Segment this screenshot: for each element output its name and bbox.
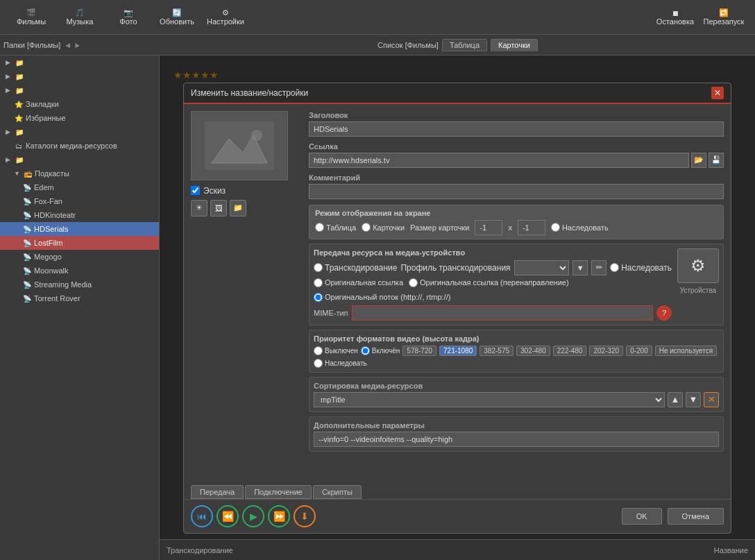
res-btn-320[interactable]: 202-320: [589, 346, 623, 356]
dialog-close-btn[interactable]: ✕: [711, 87, 724, 99]
folder-icon: 📁: [15, 85, 24, 95]
tab-table[interactable]: Таблица: [442, 39, 487, 51]
tab-cards[interactable]: Карточки: [491, 39, 538, 51]
mime-input[interactable]: [352, 305, 653, 321]
priority-title: Приоритет форматов видео (высота кадра): [314, 334, 719, 343]
sidebar-item-torrent-rover[interactable]: 📡 Torrent Rover: [0, 291, 159, 305]
res-btn-200[interactable]: 0-200: [626, 346, 652, 356]
profile-edit-btn[interactable]: ✏: [591, 260, 606, 275]
priority-on-item[interactable]: Включён: [361, 346, 400, 355]
original-link-radio[interactable]: [314, 278, 323, 287]
sidebar-item-mid2[interactable]: ▶ 📁: [0, 153, 159, 167]
nav-down-btn[interactable]: ⬇: [294, 505, 316, 527]
transcode-radio-item[interactable]: Транскодирование: [314, 263, 397, 273]
display-mode-table[interactable]: Таблица: [315, 223, 356, 232]
card-size-y[interactable]: [518, 220, 545, 235]
priority-off-radio[interactable]: [314, 346, 323, 355]
display-table-radio[interactable]: [315, 223, 324, 232]
original-link-radio-item[interactable]: Оригинальная ссылка: [314, 278, 403, 287]
nav-first-btn[interactable]: ⏮: [191, 505, 213, 527]
display-inherit-radio[interactable]: [551, 223, 560, 232]
toolbar-settings-btn[interactable]: ⚙ Настройки: [201, 2, 250, 33]
btab-connection[interactable]: Подключение: [245, 485, 312, 499]
thumbnail-controls: ☀ 🖼 📁: [191, 200, 302, 217]
link-save-btn[interactable]: 💾: [709, 153, 724, 168]
sidebar-item-top1[interactable]: ▶ 📁: [0, 56, 159, 69]
sidebar-item-top3[interactable]: ▶ 📁: [0, 83, 159, 97]
nav-prev-btn[interactable]: ⏪: [217, 505, 239, 527]
sidebar-item-edem[interactable]: 📡 Edem: [0, 180, 159, 194]
sidebar-item-hdserials[interactable]: 📡 HDSerials: [0, 222, 159, 236]
priority-off-item[interactable]: Выключен: [314, 346, 358, 355]
link-browse-btn[interactable]: 📂: [691, 153, 706, 168]
toolbar-music-btn[interactable]: 🎵 Музыка: [56, 2, 104, 33]
profile-dropdown-btn[interactable]: ▼: [572, 260, 588, 275]
transfer-inherit[interactable]: Наследовать: [610, 263, 672, 273]
card-size-x[interactable]: [475, 220, 502, 235]
priority-inherit-radio[interactable]: [314, 359, 323, 368]
comment-input[interactable]: [309, 184, 724, 199]
display-mode-section: Режим отображения на экране Таблица Карт…: [309, 205, 724, 239]
sidebar-item-moonwalk[interactable]: 📡 Moonwalk: [0, 264, 159, 278]
toolbar-stop-btn[interactable]: ⏹ Остановка: [651, 2, 699, 33]
sidebar-item-favorites[interactable]: ⭐ Избранные: [0, 111, 159, 125]
svg-point-2: [251, 130, 262, 141]
btab-transfer[interactable]: Передача: [191, 485, 244, 499]
sidebar-item-megogo[interactable]: 📡 Megogo: [0, 250, 159, 264]
profile-label: Профиль транскодирования: [400, 263, 510, 273]
header-input[interactable]: [309, 121, 724, 137]
toolbar-films-btn[interactable]: 🎬 Фильмы: [7, 2, 56, 33]
sidebar-item-hdkinoteatr[interactable]: 📡 HDKinoteatr: [0, 208, 159, 222]
sort-asc-btn[interactable]: ▲: [668, 392, 683, 407]
sidebar-item-streaming-media[interactable]: 📡 Streaming Media: [0, 278, 159, 291]
res-btn-unused[interactable]: Не используется: [655, 346, 717, 356]
cancel-btn[interactable]: Отмена: [668, 508, 724, 525]
res-btn-1080[interactable]: 721-1080: [439, 346, 477, 356]
mime-help-btn[interactable]: ?: [656, 305, 672, 321]
original-link-redirect-radio-item[interactable]: Оригинальная ссылка (перенаправление): [409, 278, 569, 287]
display-cards-radio[interactable]: [362, 223, 371, 232]
priority-inherit-item[interactable]: Наследовать: [314, 359, 367, 368]
extra-input[interactable]: [314, 432, 719, 447]
thumb-ctrl-image[interactable]: 🖼: [210, 200, 227, 217]
toolbar-restart-btn[interactable]: 🔁 Перезапуск: [699, 2, 748, 33]
inherit-radio[interactable]: [610, 263, 619, 272]
sort-desc-btn[interactable]: ▼: [686, 392, 701, 407]
res-btn-720[interactable]: 578-720: [402, 346, 436, 356]
nav-play-btn[interactable]: ▶: [242, 505, 264, 527]
display-mode-cards[interactable]: Карточки: [362, 223, 405, 232]
thumb-ctrl-folder[interactable]: 📁: [230, 200, 246, 217]
res-btn-480a[interactable]: 302-480: [516, 346, 550, 356]
link-input[interactable]: [309, 153, 689, 168]
sort-clear-btn[interactable]: ✕: [704, 392, 719, 407]
second-toolbar-left: Папки [Фильмы] ◄ ►: [3, 41, 378, 49]
priority-on-radio[interactable]: [361, 346, 370, 355]
priority-section: Приоритет форматов видео (высота кадра) …: [309, 330, 724, 373]
sidebar-item-lostfilm[interactable]: 📡 LostFilm: [0, 236, 159, 250]
res-btn-480b[interactable]: 222-480: [553, 346, 587, 356]
gear-btn[interactable]: ⚙: [677, 248, 719, 283]
toolbar-photo-btn[interactable]: 📷 Фото: [104, 2, 153, 33]
original-stream-radio-item[interactable]: Оригинальный поток (http://, rtmp://): [314, 293, 450, 302]
nav-next-btn[interactable]: ⏩: [268, 505, 290, 527]
res-btn-575[interactable]: 382-575: [480, 346, 514, 356]
thumbnail-checkbox[interactable]: [191, 186, 200, 195]
ok-btn[interactable]: OK: [622, 508, 662, 525]
toolbar-update-btn[interactable]: 🔄 Обновить: [153, 2, 201, 33]
sidebar-hdkinoteatr-label: HDKinoteatr: [34, 211, 76, 219]
thumb-ctrl-sun[interactable]: ☀: [191, 200, 207, 217]
btab-scripts[interactable]: Скрипты: [313, 485, 362, 499]
sidebar-item-top2[interactable]: ▶ 📁: [0, 69, 159, 83]
transcode-radio[interactable]: [314, 263, 323, 272]
sidebar-item-bookmarks[interactable]: ⭐ Закладки: [0, 97, 159, 111]
sidebar-item-mid1[interactable]: ▶ 📁: [0, 125, 159, 139]
original-stream-radio[interactable]: [314, 293, 323, 302]
sidebar-item-podcasts[interactable]: ▼ 📻 Подкасты: [0, 167, 159, 180]
sort-select[interactable]: mpTitle: [314, 392, 665, 407]
sidebar-item-foxfan[interactable]: 📡 Fox-Fan: [0, 194, 159, 208]
sidebar-item-media-catalogs[interactable]: 🗂 Каталоги медиа-ресурсов: [0, 139, 159, 153]
display-mode-inherit[interactable]: Наследовать: [551, 223, 609, 232]
mime-label: MIME-тип: [314, 309, 348, 317]
original-link-redirect-radio[interactable]: [409, 278, 418, 287]
profile-select[interactable]: [514, 260, 570, 275]
